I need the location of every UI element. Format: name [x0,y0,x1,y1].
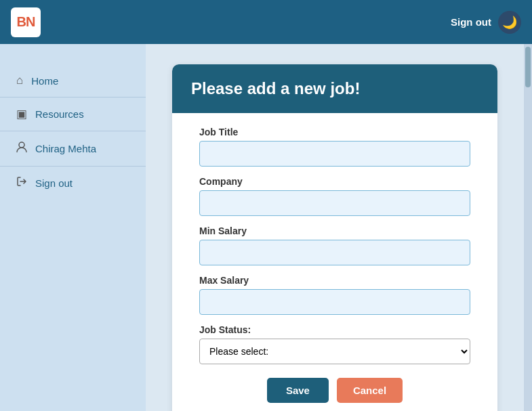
sidebar-item-resources[interactable]: ▣ Resources [0,98,146,131]
job-title-label: Job Title [199,127,470,137]
job-status-group: Job Status: Please select: Active Inacti… [199,324,470,364]
add-job-card: Please add a new job! Job Title Company … [172,64,497,411]
moon-icon: 🌙 [502,15,517,30]
svg-point-0 [19,142,24,148]
dark-mode-toggle[interactable]: 🌙 [498,11,521,34]
sidebar: ⌂ Home ▣ Resources Chirag Mehta [0,44,146,411]
profile-icon [16,141,27,156]
header-right: Sign out 🌙 [451,11,521,34]
body-area: ⌂ Home ▣ Resources Chirag Mehta [0,44,532,411]
card-body: Job Title Company Min Salary Max Salary … [172,113,497,411]
sidebar-item-signout[interactable]: Sign out [0,167,146,200]
resources-icon: ▣ [16,107,27,121]
max-salary-group: Max Salary [199,275,470,315]
sidebar-label-profile: Chirag Mehta [35,143,96,154]
job-title-input[interactable] [199,141,470,167]
job-status-label: Job Status: [199,324,470,335]
app-logo: BN [11,7,41,37]
min-salary-input[interactable] [199,240,470,265]
save-button[interactable]: Save [267,378,329,403]
sidebar-item-profile[interactable]: Chirag Mehta [0,131,146,167]
sidebar-label-home: Home [31,75,58,87]
home-icon: ⌂ [16,74,23,87]
scrollbar[interactable] [524,44,532,411]
header-sign-out-button[interactable]: Sign out [451,16,491,28]
main-content: Please add a new job! Job Title Company … [146,44,524,411]
signout-icon [16,176,27,190]
sidebar-label-resources: Resources [35,108,84,120]
job-title-group: Job Title [199,127,470,167]
min-salary-label: Min Salary [199,225,470,236]
form-buttons: Save Cancel [199,378,470,403]
card-header: Please add a new job! [172,64,497,113]
company-group: Company [199,176,470,216]
sidebar-item-home[interactable]: ⌂ Home [0,64,146,98]
scrollbar-thumb [525,47,531,87]
app-header: BN Sign out 🌙 [0,0,532,44]
card-title: Please add a new job! [191,79,478,98]
job-status-select[interactable]: Please select: Active Inactive Pending [199,339,470,364]
cancel-button[interactable]: Cancel [337,378,403,403]
max-salary-input[interactable] [199,289,470,315]
min-salary-group: Min Salary [199,225,470,265]
logo-text: BN [17,14,35,30]
company-input[interactable] [199,190,470,216]
sidebar-label-signout: Sign out [35,177,73,189]
company-label: Company [199,176,470,187]
max-salary-label: Max Salary [199,275,470,286]
